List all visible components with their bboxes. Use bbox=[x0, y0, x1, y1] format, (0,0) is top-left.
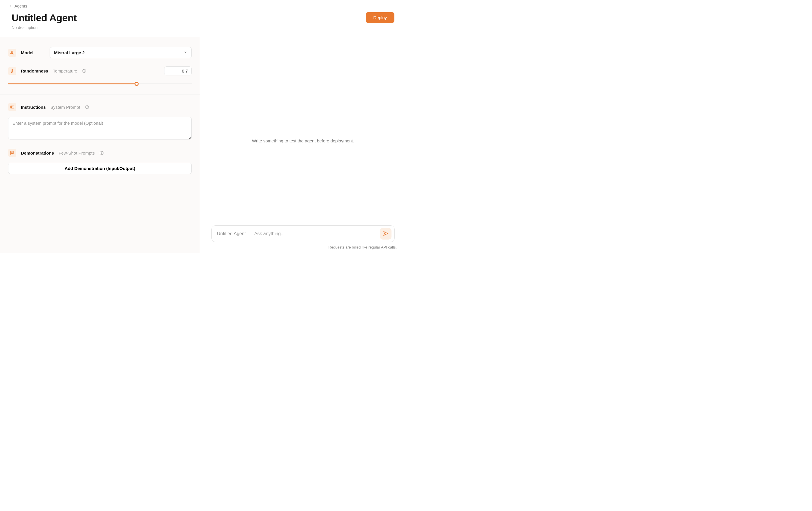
breadcrumb-label: Agents bbox=[14, 4, 27, 8]
model-selected-value: Mistral Large 2 bbox=[54, 50, 85, 55]
deploy-button[interactable]: Deploy bbox=[366, 12, 395, 23]
temperature-slider[interactable] bbox=[8, 82, 192, 86]
svg-point-1 bbox=[10, 53, 11, 54]
randomness-label: Randomness bbox=[21, 68, 48, 74]
svg-point-2 bbox=[13, 53, 14, 54]
temperature-input[interactable] bbox=[164, 66, 192, 76]
chat-agent-label: Untitled Agent bbox=[217, 231, 246, 236]
send-button[interactable] bbox=[380, 228, 392, 239]
config-pane: Model Mistral Large 2 Randomness Tempera… bbox=[0, 37, 200, 253]
page-title[interactable]: Untitled Agent bbox=[11, 12, 77, 24]
svg-rect-6 bbox=[10, 106, 14, 108]
model-label: Model bbox=[21, 50, 33, 55]
thermometer-icon bbox=[8, 67, 16, 75]
fewshot-label: Few-Shot Prompts bbox=[59, 150, 94, 155]
instructions-icon bbox=[8, 103, 16, 111]
breadcrumb[interactable]: Agents bbox=[9, 4, 27, 8]
billing-note: Requests are billed like regular API cal… bbox=[328, 245, 397, 249]
model-icon bbox=[8, 49, 16, 57]
send-icon bbox=[383, 231, 388, 237]
demonstrations-icon bbox=[8, 149, 16, 157]
svg-point-5 bbox=[84, 70, 84, 70]
playground-pane: Write something to test the agent before… bbox=[200, 37, 406, 253]
playground-empty-message: Write something to test the agent before… bbox=[252, 138, 354, 143]
temperature-label: Temperature bbox=[53, 68, 77, 74]
page-subtitle[interactable]: No description bbox=[11, 25, 77, 30]
chevron-left-icon bbox=[9, 4, 11, 8]
slider-thumb[interactable] bbox=[135, 82, 139, 86]
info-icon[interactable] bbox=[99, 150, 104, 155]
svg-point-11 bbox=[87, 106, 87, 107]
info-icon[interactable] bbox=[85, 105, 89, 109]
instructions-label: Instructions bbox=[21, 105, 46, 110]
system-prompt-label: System Prompt bbox=[51, 105, 80, 110]
info-icon[interactable] bbox=[82, 69, 86, 74]
chat-input[interactable] bbox=[254, 231, 376, 236]
svg-point-0 bbox=[11, 51, 13, 52]
chat-box: Untitled Agent bbox=[211, 225, 395, 242]
chevron-down-icon bbox=[183, 50, 187, 55]
model-select[interactable]: Mistral Large 2 bbox=[50, 47, 192, 58]
add-demonstration-button[interactable]: Add Demonstration (Input/Output) bbox=[8, 163, 192, 174]
system-prompt-input[interactable] bbox=[8, 117, 192, 140]
page-header: Untitled Agent No description Deploy bbox=[0, 9, 406, 37]
demonstrations-label: Demonstrations bbox=[21, 150, 54, 155]
